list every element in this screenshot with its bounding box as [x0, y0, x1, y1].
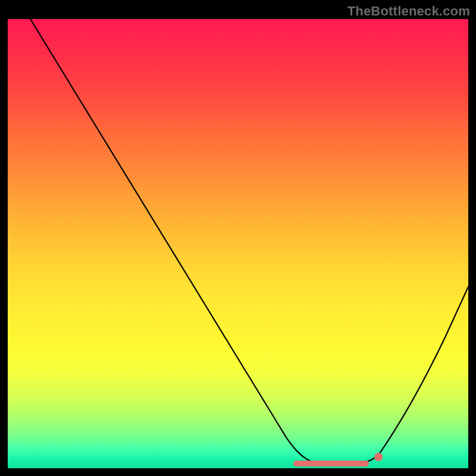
marker-point	[374, 453, 383, 461]
curve-svg	[8, 19, 468, 468]
bottleneck-curve	[30, 19, 468, 463]
plot-area	[8, 19, 468, 468]
watermark-text: TheBottleneck.com	[347, 4, 470, 19]
chart-frame: TheBottleneck.com	[0, 0, 476, 476]
